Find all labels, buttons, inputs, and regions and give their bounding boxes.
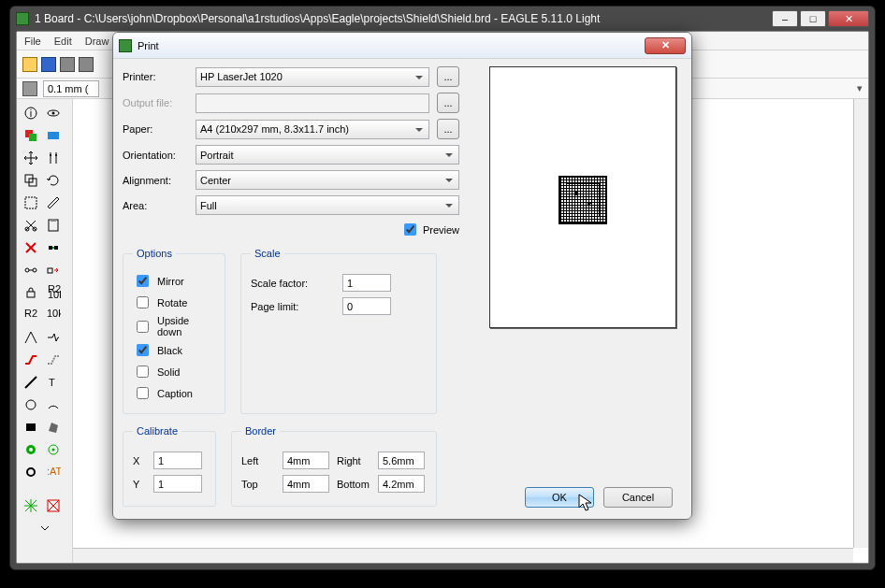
svg-point-33 [27,468,35,476]
pinswap-tool-icon[interactable] [21,260,41,280]
ripup-tool-icon[interactable] [43,350,64,370]
svg-rect-6 [48,132,59,139]
caption-checkbox[interactable] [137,387,149,399]
copy-tool-icon[interactable] [21,170,41,191]
upside-checkbox[interactable] [137,321,149,333]
wire-tool-icon[interactable] [21,372,41,393]
print-icon[interactable] [60,57,75,72]
menu-file[interactable]: File [24,36,41,47]
rotate-checkbox[interactable] [137,296,149,308]
value-tool-icon[interactable]: 10k [43,305,64,325]
maximize-button[interactable]: □ [800,10,826,27]
border-left-input[interactable] [283,452,329,469]
open-icon[interactable] [22,57,37,72]
via-tool-icon[interactable] [21,439,41,460]
printer-combo[interactable]: HP LaserJet 1020 [196,67,429,87]
rect-tool-icon[interactable] [21,417,41,437]
circle-tool-icon[interactable] [21,394,41,415]
upside-option[interactable]: Upside down [133,315,215,337]
area-combo[interactable]: Full [196,195,459,215]
scale-factor-input[interactable] [342,274,391,292]
dialog-close-button[interactable]: ✕ [645,37,686,54]
attribute-tool-icon[interactable]: :AT [43,462,64,482]
move-tool-icon[interactable] [21,148,41,168]
paper-browse-button[interactable]: ... [437,119,459,139]
group-tool-icon[interactable] [21,193,41,213]
printer-browse-button[interactable]: ... [437,66,459,87]
change-tool-icon[interactable] [43,193,64,213]
save-icon[interactable] [41,57,56,72]
grid-icon[interactable] [22,81,37,96]
paste-tool-icon[interactable] [43,215,64,236]
mirror-checkbox[interactable] [137,275,149,287]
minimize-button[interactable]: – [772,10,798,27]
svg-point-8 [55,154,57,156]
ok-button[interactable]: OK [525,487,594,508]
name-tool-icon[interactable]: R2 [21,305,41,325]
more-tools-chevron-icon[interactable] [21,518,68,538]
paper-combo[interactable]: A4 (210x297 mm, 8.3x11.7 inch) [196,120,429,139]
coord-input[interactable] [43,80,99,97]
menu-edit[interactable]: Edit [54,36,72,47]
smash-tool-icon[interactable]: R210k [43,282,64,303]
svg-point-7 [50,154,51,156]
svg-rect-28 [26,423,36,431]
dialog-titlebar[interactable]: Print ✕ [113,33,691,59]
text-tool-icon[interactable]: T [43,372,64,393]
auto-tool-icon[interactable] [43,495,64,516]
menu-draw[interactable]: Draw [85,36,109,47]
cut-tool-icon[interactable] [21,215,41,236]
cam-icon[interactable] [79,57,94,72]
miter-tool-icon[interactable] [21,327,41,348]
svg-point-30 [29,448,33,452]
arc-tool-icon[interactable] [43,394,64,415]
add-tool-icon[interactable] [43,237,64,258]
border-right-input[interactable] [378,452,425,469]
preview-toggle-row: Preview [123,221,459,238]
page-limit-input[interactable] [342,297,391,315]
output-label: Output file: [123,97,188,108]
solid-option[interactable]: Solid [133,363,215,380]
horizontal-scrollbar[interactable] [73,548,853,563]
preview-pcb-icon [559,176,607,224]
rotate-option[interactable]: Rotate [133,294,215,311]
display-tool-icon[interactable] [43,125,64,146]
tool-palette[interactable]: i R210k R2 10k T [17,99,73,563]
cal-x-input[interactable] [153,452,202,469]
eye-tool-icon[interactable] [43,103,64,123]
ratsnest-tool-icon[interactable] [21,495,41,516]
solid-checkbox[interactable] [137,366,149,378]
mirror-option[interactable]: Mirror [133,272,215,290]
vertical-scrollbar[interactable] [853,99,868,548]
svg-text::AT: :AT [47,466,61,477]
app-icon [16,12,29,25]
caption-option[interactable]: Caption [133,384,215,402]
preview-checkbox[interactable] [404,223,416,236]
replace-tool-icon[interactable] [43,260,64,280]
main-titlebar[interactable]: 1 Board - C:\Users\john\Dropbox\Personal… [10,7,875,31]
alignment-combo[interactable]: Center [196,170,459,190]
hole-tool-icon[interactable] [21,462,41,482]
black-option[interactable]: Black [133,341,215,359]
output-browse-button[interactable]: ... [437,93,459,113]
layers-tool-icon[interactable] [21,125,41,146]
lock-tool-icon[interactable] [21,282,41,303]
scale-factor-label: Scale factor: [251,278,335,289]
split-tool-icon[interactable] [43,327,64,348]
signal-tool-icon[interactable] [43,439,64,460]
paper-label: Paper: [123,123,188,135]
route-tool-icon[interactable] [21,350,41,370]
svg-rect-21 [27,292,35,297]
black-checkbox[interactable] [137,344,149,356]
orientation-combo[interactable]: Portrait [196,145,459,165]
svg-point-27 [26,400,36,409]
delete-tool-icon[interactable] [21,237,41,258]
close-button[interactable]: ✕ [828,10,869,27]
scale-group: Scale Scale factor: Page limit: [240,248,437,414]
polygon-tool-icon[interactable] [43,417,64,437]
mirror-tool-icon[interactable] [43,148,64,168]
info-tool-icon[interactable]: i [21,103,41,123]
calibrate-legend: Calibrate [133,425,181,437]
cancel-button[interactable]: Cancel [603,487,673,508]
rotate-tool-icon[interactable] [43,170,64,191]
